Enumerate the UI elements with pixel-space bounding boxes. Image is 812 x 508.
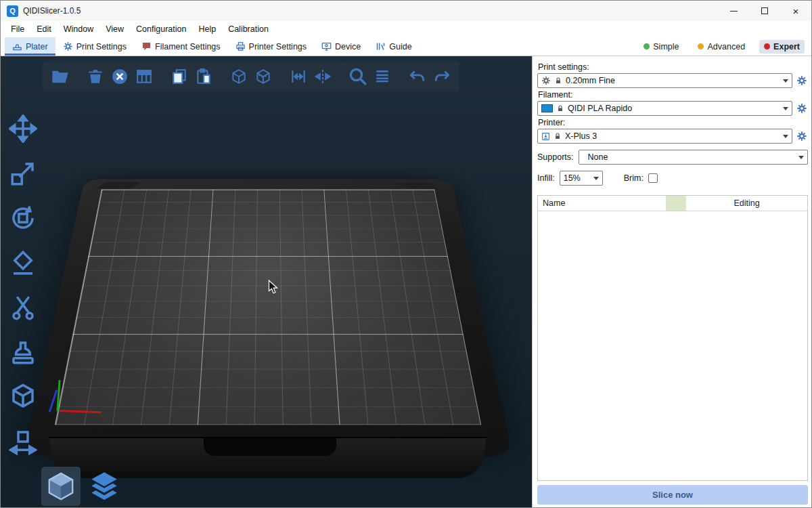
print-settings-value: 0.20mm Fine — [566, 76, 615, 85]
object-list[interactable]: Name Editing — [537, 195, 808, 481]
mode-label: Expert — [773, 42, 800, 51]
menu-bar: File Edit Window View Configuration Help… — [1, 21, 811, 37]
mouse-cursor — [268, 280, 280, 297]
printer-combo[interactable]: X-Plus 3 — [537, 129, 792, 144]
minimize-button[interactable] — [718, 1, 749, 21]
minimize-icon — [730, 11, 738, 12]
redo-icon[interactable] — [430, 64, 454, 89]
menu-calibration[interactable]: Calibration — [222, 22, 275, 36]
close-button[interactable]: × — [780, 1, 811, 21]
brim-checkbox[interactable] — [648, 173, 658, 183]
menu-window[interactable]: Window — [58, 22, 99, 36]
rotate-icon[interactable] — [6, 201, 40, 235]
scale-icon[interactable] — [6, 156, 40, 190]
tab-label: Guide — [389, 42, 411, 51]
size-icon[interactable] — [6, 425, 40, 459]
maximize-icon — [761, 7, 768, 14]
print-settings-icon — [63, 41, 73, 51]
gizmo-toolbar — [6, 112, 40, 459]
mode-expert[interactable]: Expert — [759, 40, 805, 54]
filament-label: Filament: — [538, 90, 808, 100]
plater-icon — [12, 41, 22, 51]
menu-edit[interactable]: Edit — [30, 22, 58, 36]
open-folder-icon[interactable] — [48, 64, 72, 89]
split-to-objects-icon[interactable] — [227, 64, 251, 89]
mode-selector: Simple Advanced Expert — [639, 37, 811, 56]
menu-file[interactable]: File — [5, 22, 30, 36]
delete-icon[interactable] — [83, 64, 108, 89]
chevron-down-icon — [783, 79, 788, 83]
lock-icon — [554, 132, 562, 140]
mode-advanced[interactable]: Advanced — [693, 40, 750, 54]
bed-grid — [55, 190, 481, 425]
print-settings-combo[interactable]: 0.20mm Fine — [537, 73, 792, 88]
supports-combo[interactable]: None — [579, 150, 808, 165]
device-icon — [321, 41, 332, 51]
tab-label: Device — [335, 42, 361, 51]
simple-mode-dot-icon — [644, 43, 650, 49]
search-icon[interactable] — [346, 64, 370, 89]
move-icon[interactable] — [6, 112, 40, 146]
filament-gear-button[interactable] — [796, 102, 808, 114]
paint-supports-icon[interactable] — [6, 335, 40, 369]
editing-column-header[interactable]: Editing — [686, 196, 807, 211]
tab-device[interactable]: Device — [314, 37, 368, 56]
delete-all-icon[interactable] — [108, 64, 132, 89]
print-settings-label: Print settings: — [538, 62, 808, 72]
slice-now-button[interactable]: Slice now — [537, 485, 808, 505]
tab-guide[interactable]: Guide — [368, 37, 419, 56]
undo-icon[interactable] — [405, 64, 430, 89]
mirror-horizontal-icon[interactable] — [286, 64, 311, 89]
chevron-down-icon — [593, 177, 599, 180]
tab-label: Printer Settings — [249, 42, 307, 51]
name-column-header[interactable]: Name — [538, 196, 667, 211]
supports-value: None — [583, 152, 608, 162]
axis-z — [49, 389, 58, 412]
guide-icon — [376, 41, 386, 51]
close-icon: × — [793, 6, 799, 16]
place-on-face-icon[interactable] — [6, 246, 40, 280]
expert-mode-dot-icon — [764, 43, 770, 49]
measure-icon[interactable] — [6, 380, 40, 414]
printer-value: X-Plus 3 — [565, 131, 597, 141]
tab-print-settings[interactable]: Print Settings — [55, 37, 134, 56]
infill-label: Infill: — [537, 173, 555, 183]
mode-label: Advanced — [707, 42, 745, 51]
axis-x — [60, 410, 102, 413]
object-list-body[interactable] — [538, 211, 807, 480]
maximize-button[interactable] — [749, 1, 780, 21]
menu-view[interactable]: View — [99, 22, 130, 36]
printer-gear-button[interactable] — [796, 130, 808, 142]
split-to-parts-icon[interactable] — [251, 64, 275, 89]
tab-printer-settings[interactable]: Printer Settings — [228, 37, 314, 56]
menu-configuration[interactable]: Configuration — [130, 22, 192, 36]
preview-layers-view-icon[interactable] — [85, 467, 124, 506]
axis-y — [56, 380, 60, 411]
tab-plater[interactable]: Plater — [5, 37, 55, 56]
chevron-down-icon — [783, 107, 788, 110]
mode-simple[interactable]: Simple — [639, 40, 683, 54]
3d-viewport[interactable] — [1, 56, 532, 507]
app-window: Q QIDISlicer-1.0.5 × File Edit Window Vi… — [0, 0, 812, 508]
profile-gear-icon — [541, 76, 551, 85]
infill-combo[interactable]: 15% — [560, 171, 603, 186]
mirror-vertical-icon[interactable] — [311, 64, 335, 89]
print-bed-scene — [1, 56, 532, 507]
3d-editor-view-icon[interactable] — [41, 467, 81, 506]
infill-value: 15% — [564, 173, 581, 183]
view-switcher — [41, 467, 124, 506]
tab-filament-settings[interactable]: Filament Settings — [134, 37, 228, 56]
printer-icon — [541, 132, 550, 141]
lock-icon — [556, 104, 564, 112]
extruder-column-header[interactable] — [667, 196, 686, 211]
variable-layer-height-icon[interactable] — [370, 64, 394, 89]
paste-icon[interactable] — [191, 64, 216, 89]
print-settings-gear-button[interactable] — [796, 75, 808, 87]
copy-icon[interactable] — [167, 64, 191, 89]
menu-help[interactable]: Help — [192, 22, 222, 36]
cut-icon[interactable] — [6, 291, 40, 324]
tab-label: Plater — [26, 42, 48, 51]
filament-settings-icon — [141, 41, 152, 51]
filament-combo[interactable]: QIDI PLA Rapido — [537, 101, 792, 116]
arrange-icon[interactable] — [132, 64, 156, 89]
